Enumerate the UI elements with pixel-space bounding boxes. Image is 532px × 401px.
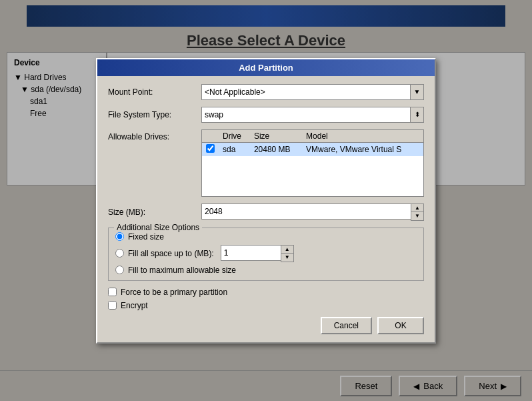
- mount-point-control: ▼: [201, 84, 424, 100]
- filesystem-control: ⬍: [201, 107, 424, 123]
- size-row: Size (MB): ▲ ▼: [108, 204, 424, 221]
- force-primary-checkbox[interactable]: [108, 288, 117, 296]
- fill-max-row: Fill to maximum allowable size: [115, 266, 417, 275]
- drives-col-model: Model: [302, 130, 423, 143]
- fill-up-to-spinbox: ▲ ▼: [221, 245, 294, 262]
- size-label: Size (MB):: [108, 208, 201, 217]
- mount-point-input[interactable]: [201, 84, 411, 100]
- drives-col-drive: Drive: [219, 130, 250, 143]
- drives-empty-row: [202, 156, 423, 196]
- allowable-drives-table: Drive Size Model sda 20480 MB VMware, VM…: [201, 129, 424, 197]
- filesystem-dropdown-arrow[interactable]: ⬍: [411, 107, 424, 123]
- fill-up-to-input[interactable]: [221, 245, 281, 261]
- drive-name-cell: sda: [219, 142, 250, 156]
- filesystem-label: File System Type:: [108, 110, 201, 119]
- size-spinbox-buttons: ▲ ▼: [411, 204, 424, 221]
- size-decrement-button[interactable]: ▼: [411, 212, 423, 220]
- fill-up-to-radio[interactable]: [115, 249, 124, 258]
- dialog-title: Add Partition: [97, 59, 435, 76]
- allowable-drives-section: Allowable Drives: Drive Size Model: [108, 129, 424, 197]
- drives-col-size: Size: [250, 130, 302, 143]
- mount-point-row: Mount Point: ▼: [108, 84, 424, 100]
- filesystem-row: File System Type: ⬍: [108, 107, 424, 123]
- fill-max-radio[interactable]: [115, 266, 124, 274]
- table-row[interactable]: sda 20480 MB VMware, VMware Virtual S: [202, 142, 423, 156]
- dialog-buttons: Cancel OK: [108, 317, 424, 334]
- size-increment-button[interactable]: ▲: [411, 204, 423, 212]
- encrypt-checkbox[interactable]: [108, 301, 117, 310]
- size-input[interactable]: [201, 204, 411, 220]
- drives-col-radio: [202, 130, 219, 143]
- fill-max-label: Fill to maximum allowable size: [128, 266, 236, 275]
- drive-size-cell: 20480 MB: [250, 142, 302, 156]
- filesystem-input[interactable]: [201, 107, 411, 123]
- fill-up-to-increment-button[interactable]: ▲: [281, 246, 293, 254]
- force-primary-label: Force to be a primary partition: [121, 288, 227, 297]
- drives-table: Drive Size Model sda 20480 MB VMware, VM…: [202, 130, 423, 196]
- fixed-size-radio[interactable]: [115, 232, 124, 241]
- modal-overlay: Add Partition Mount Point: ▼ File System…: [0, 0, 532, 401]
- dialog-body: Mount Point: ▼ File System Type: ⬍ Allow…: [97, 76, 435, 342]
- drive-checkbox-cell: [202, 142, 219, 156]
- fill-up-to-decrement-button[interactable]: ▼: [281, 254, 293, 262]
- additional-size-legend: Additional Size Options: [114, 223, 202, 232]
- force-primary-row: Force to be a primary partition: [108, 288, 424, 297]
- drive-checkbox[interactable]: [206, 144, 215, 153]
- fill-up-to-spinbox-buttons: ▲ ▼: [281, 245, 294, 262]
- encrypt-row: Encrypt: [108, 301, 424, 310]
- ok-button[interactable]: OK: [377, 317, 424, 334]
- cancel-button[interactable]: Cancel: [321, 317, 372, 334]
- mount-point-dropdown-arrow[interactable]: ▼: [411, 84, 424, 100]
- size-spinbox: ▲ ▼: [201, 204, 424, 221]
- additional-size-options: Additional Size Options Fixed size Fill …: [108, 228, 424, 281]
- fixed-size-row: Fixed size: [115, 232, 417, 242]
- drive-model-cell: VMware, VMware Virtual S: [302, 142, 423, 156]
- fixed-size-label: Fixed size: [128, 232, 164, 242]
- fill-up-to-row: Fill all space up to (MB): ▲ ▼: [115, 245, 417, 262]
- allowable-drives-label: Allowable Drives:: [108, 129, 201, 197]
- fill-up-to-label: Fill all space up to (MB):: [128, 249, 214, 258]
- encrypt-label: Encrypt: [121, 301, 148, 310]
- add-partition-dialog: Add Partition Mount Point: ▼ File System…: [96, 58, 436, 344]
- mount-point-label: Mount Point:: [108, 87, 201, 97]
